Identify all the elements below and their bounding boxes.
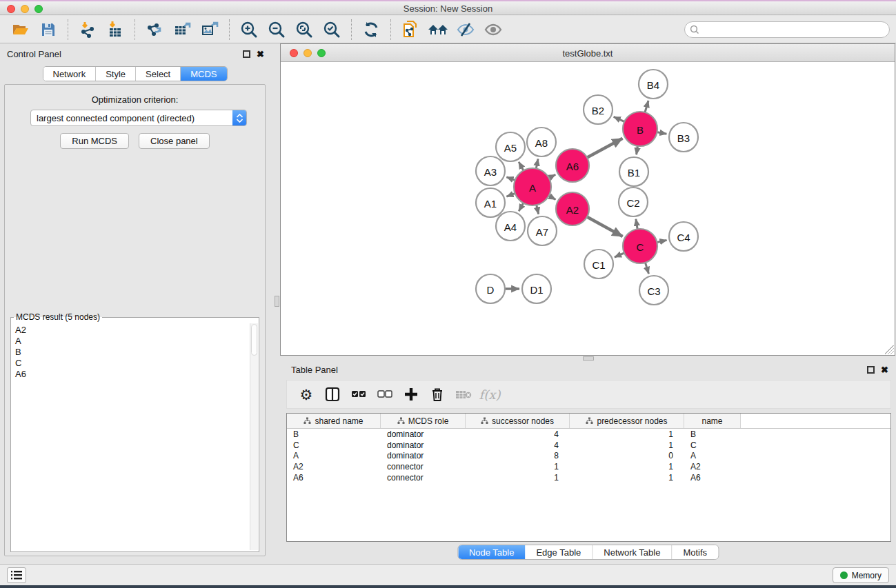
table-cell[interactable]: 1 — [570, 462, 684, 472]
table-cell[interactable]: dominator — [381, 429, 466, 439]
table-cell[interactable]: B — [684, 429, 741, 439]
table-cell[interactable]: dominator — [381, 440, 466, 450]
graph-node-A5[interactable]: A5 — [496, 132, 525, 161]
function-builder-button[interactable]: f(x) — [479, 383, 501, 406]
first-neighbors-button[interactable] — [424, 17, 452, 42]
table-cell[interactable]: 4 — [466, 429, 570, 439]
hide-selected-button[interactable] — [452, 17, 479, 42]
export-table-button[interactable] — [168, 17, 196, 42]
table-cell[interactable]: dominator — [381, 451, 466, 460]
table-cell[interactable]: 0 — [570, 451, 684, 460]
zoom-selected-button[interactable] — [318, 17, 346, 42]
run-mcds-button[interactable]: Run MCDS — [60, 133, 129, 149]
criterion-select[interactable]: largest connected component (directed) — [30, 110, 247, 126]
zoom-in-button[interactable] — [235, 17, 263, 42]
network-canvas[interactable]: B4B2BB3B1A5A8A6A3AA1C2A4A7A2C4CC1C3DD1 — [281, 62, 895, 355]
graph-node-A4[interactable]: A4 — [496, 212, 525, 241]
select-all-columns-button[interactable] — [348, 383, 370, 406]
zoom-fit-button[interactable] — [290, 17, 318, 42]
table-row[interactable]: A2connector11A2 — [287, 461, 890, 472]
table-cell[interactable]: A6 — [287, 473, 381, 483]
graph-node-A1[interactable]: A1 — [476, 188, 505, 217]
table-cell[interactable]: A — [684, 451, 741, 460]
resize-grip-icon[interactable] — [885, 345, 894, 354]
graph-node-B2[interactable]: B2 — [584, 95, 613, 124]
column-header-MCDS-role[interactable]: MCDS role — [381, 414, 466, 428]
table-cell[interactable]: A — [287, 451, 381, 460]
column-header-name[interactable]: name — [684, 414, 741, 428]
table-cell[interactable]: C — [287, 440, 381, 450]
export-network-button[interactable] — [141, 17, 168, 42]
mcds-result-item[interactable]: A6 — [15, 369, 246, 380]
tab-style[interactable]: Style — [96, 67, 136, 81]
show-all-button[interactable] — [479, 17, 507, 42]
graph-node-B4[interactable]: B4 — [639, 70, 668, 99]
column-header-successor-nodes[interactable]: successor nodes — [466, 414, 570, 428]
column-header-shared-name[interactable]: shared name — [287, 414, 381, 428]
zoom-out-button[interactable] — [263, 17, 290, 42]
tab-motifs[interactable]: Motifs — [672, 545, 718, 559]
result-scrollbar[interactable] — [250, 323, 258, 550]
table-row[interactable]: A6connector11A6 — [287, 472, 890, 483]
tab-mcds[interactable]: MCDS — [181, 67, 226, 81]
graph-node-B3[interactable]: B3 — [669, 123, 698, 152]
node-table[interactable]: shared nameMCDS rolesuccessor nodesprede… — [286, 413, 891, 542]
graph-node-A6[interactable]: A6 — [556, 149, 589, 182]
table-cell[interactable]: 1 — [570, 473, 684, 483]
memory-button[interactable]: Memory — [833, 567, 889, 583]
table-cell[interactable]: B — [287, 429, 381, 439]
table-cell[interactable]: 8 — [466, 451, 570, 460]
column-header-predecessor-nodes[interactable]: predecessor nodes — [570, 414, 684, 428]
mcds-result-item[interactable]: C — [15, 358, 246, 369]
table-row[interactable]: Bdominator41B — [287, 429, 890, 440]
table-cell[interactable]: A6 — [684, 473, 741, 483]
tab-node-table[interactable]: Node Table — [458, 545, 526, 559]
graph-node-C4[interactable]: C4 — [669, 222, 698, 251]
close-table-panel-icon[interactable]: ✖ — [881, 365, 888, 375]
graph-node-A[interactable]: A — [514, 168, 551, 205]
import-network-button[interactable] — [74, 17, 101, 42]
table-row[interactable]: Adominator80A — [287, 450, 890, 461]
graph-node-A3[interactable]: A3 — [476, 156, 505, 185]
horizontal-splitter-handle[interactable] — [275, 296, 279, 307]
export-image-button[interactable] — [196, 17, 223, 42]
float-table-panel-icon[interactable] — [867, 366, 875, 374]
graph-node-D[interactable]: D — [476, 274, 505, 303]
apply-layout-button[interactable] — [357, 17, 385, 42]
mcds-result-item[interactable]: A — [15, 336, 246, 347]
table-cell[interactable]: 1 — [570, 429, 684, 439]
add-column-button[interactable] — [400, 383, 422, 406]
table-cell[interactable]: 1 — [570, 440, 684, 450]
result-scrollbar-thumb[interactable] — [251, 324, 257, 356]
graph-node-B[interactable]: B — [623, 112, 657, 146]
close-panel-button[interactable]: Close panel — [139, 133, 210, 149]
search-field[interactable] — [684, 21, 890, 38]
table-cell[interactable]: A2 — [287, 462, 381, 472]
deselect-all-columns-button[interactable] — [374, 383, 396, 406]
table-cell[interactable]: C — [684, 440, 741, 450]
show-column-button[interactable] — [321, 383, 344, 406]
table-cell[interactable]: 1 — [466, 473, 570, 483]
graph-node-C3[interactable]: C3 — [639, 276, 668, 305]
table-cell[interactable]: 4 — [466, 440, 570, 450]
tab-edge-table[interactable]: Edge Table — [525, 545, 593, 559]
import-table-button[interactable] — [101, 17, 129, 42]
table-cell[interactable]: connector — [381, 473, 466, 483]
mcds-result-item[interactable]: B — [15, 347, 246, 358]
network-graph[interactable]: B4B2BB3B1A5A8A6A3AA1C2A4A7A2C4CC1C3DD1 — [281, 62, 895, 355]
graph-node-A7[interactable]: A7 — [528, 216, 557, 245]
table-cell[interactable]: A2 — [684, 462, 741, 472]
tab-network-table[interactable]: Network Table — [593, 545, 672, 559]
graph-node-D1[interactable]: D1 — [522, 274, 551, 303]
table-cell[interactable]: connector — [381, 462, 466, 472]
delete-table-button[interactable] — [452, 383, 475, 406]
table-row[interactable]: Cdominator41C — [287, 440, 890, 451]
new-network-from-selection-button[interactable] — [397, 17, 424, 42]
graph-node-C1[interactable]: C1 — [584, 250, 613, 278]
mcds-result-item[interactable]: A2 — [15, 325, 246, 336]
table-cell[interactable]: 1 — [466, 462, 570, 472]
table-settings-button[interactable]: ⚙ — [295, 383, 317, 406]
open-session-button[interactable] — [7, 17, 34, 42]
mcds-result-list[interactable]: A2ABCA6 — [12, 323, 249, 550]
delete-column-button[interactable] — [426, 383, 448, 406]
